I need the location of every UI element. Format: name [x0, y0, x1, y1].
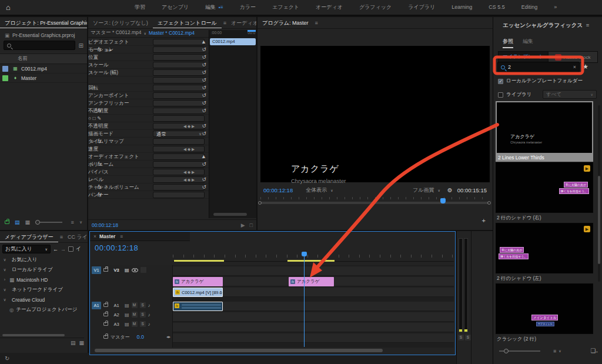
timeline-ruler[interactable]	[173, 242, 454, 262]
effect-row[interactable]: アンカーポイント 960.0 540.0 ↺	[88, 92, 209, 99]
tab-adobe-stock[interactable]: StAdobe Stock	[549, 51, 598, 63]
blend-mode-select[interactable]	[153, 184, 205, 191]
blend-mode-select[interactable]	[153, 108, 205, 114]
tree-item[interactable]: › ▦ Macintosh HD	[2, 275, 88, 285]
blend-mode-select[interactable]	[153, 62, 205, 68]
voiceover-mic-icon[interactable]: ♪	[148, 312, 150, 318]
project-item[interactable]: ▦ C0012.mp4	[0, 64, 87, 74]
reset-icon[interactable]: ↺	[202, 130, 206, 138]
template-search-input[interactable]: 2 ×	[497, 62, 580, 72]
track-name[interactable]: A2	[111, 311, 122, 319]
track-output-icon[interactable]: ▤	[125, 303, 129, 308]
reset-icon[interactable]: ↺	[202, 176, 206, 183]
reset-icon[interactable]: ↺	[202, 76, 206, 84]
zoom-slider[interactable]	[35, 222, 62, 223]
track-output-icon[interactable]: ▤	[125, 268, 129, 273]
solo-button[interactable]: S	[140, 321, 146, 327]
tool-button[interactable]	[477, 248, 487, 255]
track-lock-icon[interactable]	[103, 322, 108, 326]
keyframe-nav[interactable]: ◀◆▶	[183, 176, 196, 183]
sort-menu-icon[interactable]: ≡	[71, 219, 74, 225]
workspace-tab[interactable]: エフェクト	[264, 0, 307, 15]
reset-icon[interactable]: ↺	[202, 161, 206, 168]
tab-sequence-master[interactable]: Master	[99, 233, 115, 239]
video-clip-selected[interactable]: fx C0012.mp4 [V] [89.66	[173, 288, 223, 297]
effect-row[interactable]: › スケール 100.0 ↺	[88, 61, 209, 69]
mute-button[interactable]: M	[132, 312, 138, 318]
program-timecode[interactable]: 00:00:12:18	[263, 187, 293, 193]
master-track-header[interactable]: マスター 0.0 ◂▸	[91, 332, 173, 342]
tool-button[interactable]	[477, 279, 487, 287]
mini-clip[interactable]: C0012.mp4	[210, 38, 256, 45]
audio-meters[interactable]: S S	[457, 231, 471, 364]
blend-mode-select[interactable]	[153, 46, 205, 53]
back-icon[interactable]: ←	[53, 246, 58, 252]
track-name[interactable]: A3	[111, 320, 122, 328]
forward-icon[interactable]: →	[61, 246, 66, 252]
template-scrollbar[interactable]	[598, 105, 600, 282]
favorites-select[interactable]: お気に入り∨	[2, 245, 51, 253]
effect-row[interactable]: ∨ fx ボリューム ↺	[88, 161, 209, 168]
home-icon[interactable]: ⌂	[6, 3, 24, 12]
timeline-timecode[interactable]: 00:00:12:18	[95, 243, 138, 252]
tab-project[interactable]: プロジェクト: Pr-Essential Graphics	[0, 17, 87, 29]
tree-item[interactable]: ∨ ネットワークドライブ	[2, 285, 88, 295]
reset-icon[interactable]: ↺	[202, 69, 206, 76]
install-mogrt-icon[interactable]: ❏+	[591, 348, 598, 354]
workspace-tab[interactable]: Learning	[443, 0, 480, 15]
add-button-icon[interactable]: +	[482, 217, 486, 224]
track-output-icon[interactable]: ▤	[125, 322, 129, 327]
audio-clip-selected[interactable]: fx	[173, 302, 223, 311]
reset-icon[interactable]: ↺	[202, 46, 206, 54]
effect-row[interactable]: ∨ fx 不透明度 ↺	[88, 107, 209, 115]
twirl-icon[interactable]: ∨	[2, 258, 7, 262]
timeline-h-scrollbar[interactable]	[95, 349, 383, 352]
blend-mode-select[interactable]	[153, 123, 205, 129]
tab-effect-controls[interactable]: エフェクトコントロール	[153, 17, 222, 29]
workspace-tab[interactable]: »	[546, 0, 565, 15]
effect-row[interactable]: › レベル 0.0 dB ◀◆▶ ↺	[88, 176, 209, 183]
export-icon[interactable]: □	[250, 222, 253, 228]
keyframe-nav[interactable]: ◀◆▶	[183, 168, 196, 176]
list-view-icon[interactable]: ▤	[71, 340, 76, 346]
label-swatch[interactable]	[2, 66, 8, 72]
reset-icon[interactable]: ▲	[201, 153, 206, 161]
reset-icon[interactable]: ↺	[202, 107, 206, 115]
effect-row[interactable]: › アンチフリッカー 0.00 ↺	[88, 99, 209, 107]
effect-row[interactable]: ∨ fx ▭▸ モーション ↺	[88, 46, 209, 54]
sync-settings-icon[interactable]: ↻	[5, 353, 9, 364]
video-preview[interactable]: アカクラゲ Chrysaora melanaster	[260, 46, 490, 182]
ec-h-scrollbar[interactable]	[213, 213, 247, 216]
tab-my-templates[interactable]: マイテンプレート	[498, 51, 549, 63]
close-icon[interactable]: ×	[93, 233, 96, 239]
solo-button[interactable]: S	[140, 302, 146, 308]
keyframe-nav[interactable]: ◀◆▶	[183, 122, 196, 130]
audio-track-header[interactable]: A1 A1 ▤ M S ♪	[91, 300, 173, 310]
tab-browse[interactable]: 参照	[503, 38, 513, 48]
effect-row[interactable]: 位置 960.0 540.0 ↺	[88, 54, 209, 61]
tool-button[interactable]	[477, 290, 487, 298]
reset-icon[interactable]: ↺	[202, 122, 206, 130]
template-card[interactable]: ▶ 常に太陽の光が 輝く方を目指そう。 2 行のシャドウ (右)	[496, 162, 593, 222]
master-clip-name[interactable]: マスター * C0012.mp4	[91, 29, 142, 36]
blend-mode-select[interactable]	[153, 138, 205, 145]
keyframe-nav[interactable]: ◀◆▶	[183, 145, 196, 153]
panel-menu-icon[interactable]: ≡	[120, 233, 123, 239]
mute-button[interactable]	[141, 267, 146, 273]
master-volume-value[interactable]: 0.0	[137, 334, 145, 340]
tab-cc-libraries[interactable]: CC ライブラ	[63, 231, 88, 243]
blend-mode-select[interactable]	[153, 92, 205, 99]
template-card-selected[interactable]: アカクラゲ Chrysaora melanaster 2 Lines Lower…	[496, 101, 593, 162]
tab-program[interactable]: プログラム: Master	[257, 17, 313, 29]
effect-row[interactable]: ビデオエフェクト ▲	[88, 38, 209, 46]
twirl-icon[interactable]: ∨	[2, 288, 7, 292]
workspace-tab[interactable]: グラフィック	[351, 0, 400, 15]
template-card[interactable]: ▶ 常に太陽の光が 輝く方を目指そう。 2 行のシャドウ (左)	[496, 223, 593, 282]
workspace-menu-icon[interactable]: ▪≡	[219, 5, 223, 10]
effect-row[interactable]: › 速度 0.00% ◀◆▶	[88, 145, 209, 153]
solo-button[interactable]: S	[140, 312, 146, 318]
reset-icon[interactable]: ↺	[202, 54, 206, 61]
list-view-icon[interactable]: ▤	[15, 219, 20, 225]
ingest-checkbox[interactable]	[68, 246, 73, 252]
effect-row[interactable]: › fx チャンネルボリューム ↺	[88, 183, 209, 191]
